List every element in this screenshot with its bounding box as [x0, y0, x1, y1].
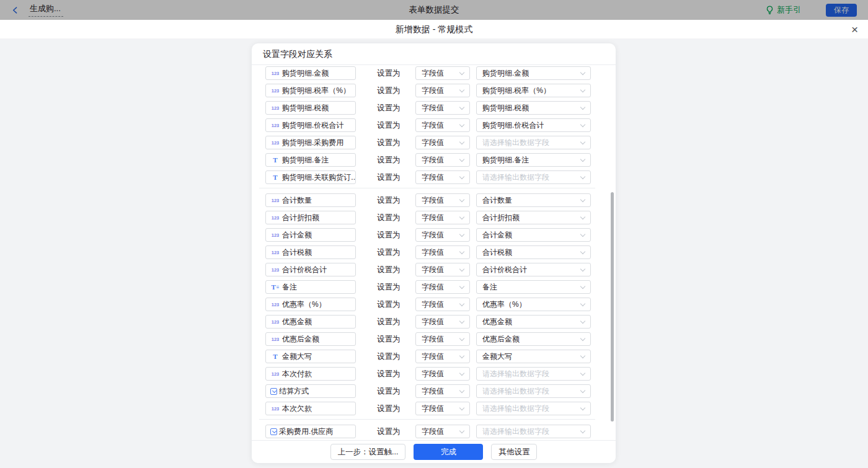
- source-field-box[interactable]: 123合计金额: [265, 228, 356, 242]
- source-field-box[interactable]: T备注: [265, 280, 356, 294]
- output-field-select[interactable]: 请选择输出数据字段: [476, 425, 591, 438]
- output-field-value: 金额大写: [482, 351, 512, 362]
- value-type-select[interactable]: 字段值: [415, 84, 470, 97]
- scrollbar[interactable]: [611, 192, 614, 422]
- output-field-select[interactable]: 购货明细.价税合计: [476, 118, 591, 132]
- set-as-label: 设置为: [377, 386, 402, 397]
- source-field-box[interactable]: 123购货明细.税额: [265, 101, 356, 115]
- set-as-label: 设置为: [377, 103, 402, 113]
- value-type-label: 字段值: [422, 195, 444, 206]
- value-type-select[interactable]: 字段值: [415, 367, 470, 381]
- output-field-select[interactable]: 请选择输出数据字段: [476, 170, 591, 184]
- beginner-guide-link[interactable]: 新手引: [766, 4, 801, 15]
- source-field-box[interactable]: 123优惠金额: [265, 315, 356, 329]
- output-field-select[interactable]: 合计折扣额: [476, 211, 591, 224]
- field-mapping-row: 123优惠率（%）设置为字段值优惠率（%）: [265, 298, 616, 311]
- value-type-select[interactable]: 字段值: [415, 101, 470, 115]
- close-icon[interactable]: ×: [851, 24, 858, 35]
- field-mapping-row: 123购货明细.金额设置为字段值购货明细.金额: [265, 66, 616, 80]
- value-type-select[interactable]: 字段值: [415, 350, 470, 363]
- output-field-select[interactable]: 请选择输出数据字段: [476, 367, 591, 381]
- output-field-select[interactable]: 优惠金额: [476, 315, 591, 329]
- source-field-box[interactable]: 123购货明细.价税合计: [265, 118, 356, 132]
- output-field-value: 优惠金额: [482, 317, 512, 327]
- source-field-box[interactable]: 采购费用.供应商: [265, 425, 356, 438]
- group-divider: [259, 419, 595, 420]
- source-field-box[interactable]: 结算方式: [265, 384, 356, 398]
- source-field-box[interactable]: 123合计折扣额: [265, 211, 356, 224]
- number-field-icon: 123: [270, 250, 280, 255]
- chevron-down-icon: [459, 197, 464, 202]
- other-settings-button[interactable]: 其他设置: [491, 444, 537, 460]
- value-type-select[interactable]: 字段值: [415, 384, 470, 398]
- chevron-down-icon: [459, 301, 464, 306]
- set-as-label: 设置为: [377, 351, 402, 362]
- value-type-select[interactable]: 字段值: [415, 263, 470, 276]
- value-type-select[interactable]: 字段值: [415, 66, 470, 80]
- output-field-select[interactable]: 备注: [476, 280, 591, 294]
- value-type-select[interactable]: 字段值: [415, 245, 470, 259]
- number-field-icon: 123: [270, 371, 280, 377]
- prev-step-button[interactable]: 上一步：设置触...: [330, 444, 406, 460]
- source-field-box[interactable]: T金额大写: [265, 350, 356, 363]
- output-field-value: 合计数量: [482, 195, 512, 206]
- output-field-select[interactable]: 合计金额: [476, 228, 591, 242]
- done-button[interactable]: 完成: [414, 444, 483, 460]
- value-type-select[interactable]: 字段值: [415, 211, 470, 224]
- output-field-select[interactable]: 合计税额: [476, 245, 591, 259]
- output-field-select[interactable]: 购货明细.税率（%）: [476, 84, 591, 97]
- value-type-select[interactable]: 字段值: [415, 280, 470, 294]
- value-type-select[interactable]: 字段值: [415, 153, 470, 167]
- output-field-select[interactable]: 优惠后金额: [476, 332, 591, 346]
- source-field-box[interactable]: T购货明细.备注: [265, 153, 356, 167]
- value-type-label: 字段值: [422, 230, 444, 241]
- set-as-label: 设置为: [377, 282, 402, 293]
- output-field-select[interactable]: 金额大写: [476, 350, 591, 363]
- set-as-label: 设置为: [377, 120, 402, 131]
- chevron-down-icon: [459, 353, 464, 358]
- output-field-value: 购货明细.税率（%）: [482, 86, 551, 96]
- save-button[interactable]: 保存: [826, 4, 857, 17]
- value-type-select[interactable]: 字段值: [415, 315, 470, 329]
- output-field-select[interactable]: 合计数量: [476, 193, 591, 207]
- output-field-select[interactable]: 请选择输出数据字段: [476, 402, 591, 415]
- source-field-box[interactable]: 123本次欠款: [265, 402, 356, 415]
- value-type-select[interactable]: 字段值: [415, 425, 470, 438]
- output-field-select[interactable]: 优惠率（%）: [476, 298, 591, 311]
- output-field-select[interactable]: 请选择输出数据字段: [476, 136, 591, 149]
- value-type-select[interactable]: 字段值: [415, 402, 470, 415]
- output-field-select[interactable]: 购货明细.金额: [476, 66, 591, 80]
- value-type-select[interactable]: 字段值: [415, 332, 470, 346]
- value-type-select[interactable]: 字段值: [415, 136, 470, 149]
- value-type-select[interactable]: 字段值: [415, 193, 470, 207]
- value-type-select[interactable]: 字段值: [415, 298, 470, 311]
- output-field-select[interactable]: 购货明细.税额: [476, 101, 591, 115]
- chevron-down-icon: [580, 371, 585, 376]
- source-field-box[interactable]: 123合计税额: [265, 245, 356, 259]
- source-field-box[interactable]: 123合计价税合计: [265, 263, 356, 276]
- source-field-label: 购货明细.金额: [282, 68, 329, 79]
- number-field-icon: 123: [270, 71, 280, 76]
- source-field-box[interactable]: 123优惠后金额: [265, 332, 356, 346]
- value-type-label: 字段值: [422, 155, 444, 166]
- source-field-box[interactable]: 123购货明细.采购费用: [265, 136, 356, 149]
- value-type-label: 字段值: [422, 351, 444, 362]
- chevron-down-icon: [580, 197, 585, 202]
- output-field-select[interactable]: 合计价税合计: [476, 263, 591, 276]
- source-field-label: 备注: [282, 282, 297, 293]
- source-field-box[interactable]: 123购货明细.税率（%）: [265, 84, 356, 97]
- source-field-box[interactable]: 123购货明细.金额: [265, 66, 356, 80]
- value-type-select[interactable]: 字段值: [415, 228, 470, 242]
- source-field-box[interactable]: 123优惠率（%）: [265, 298, 356, 311]
- source-field-box[interactable]: 123合计数量: [265, 193, 356, 207]
- value-type-label: 字段值: [422, 247, 444, 258]
- output-field-select[interactable]: 购货明细.备注: [476, 153, 591, 167]
- output-field-select[interactable]: 请选择输出数据字段: [476, 384, 591, 398]
- value-type-select[interactable]: 字段值: [415, 170, 470, 184]
- source-field-box[interactable]: 123本次付款: [265, 367, 356, 381]
- output-field-value: 请选择输出数据字段: [482, 404, 549, 414]
- output-field-value: 请选择输出数据字段: [482, 386, 549, 397]
- chevron-down-icon: [580, 87, 585, 92]
- source-field-box[interactable]: T购货明细.关联购货订...: [265, 170, 356, 184]
- value-type-select[interactable]: 字段值: [415, 118, 470, 132]
